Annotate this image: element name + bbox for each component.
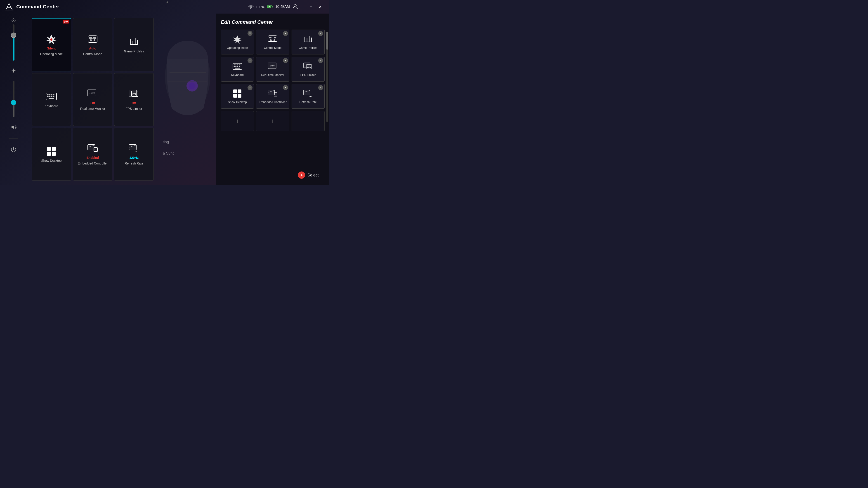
svg-point-57: [189, 83, 195, 89]
add-tile-1[interactable]: +: [221, 111, 254, 131]
svg-point-21: [90, 39, 92, 41]
edit-tile-refresh-rate[interactable]: ✕ HZ Refresh Rate: [291, 84, 324, 109]
svg-point-63: [270, 39, 272, 41]
add-tile-3[interactable]: +: [291, 111, 324, 131]
remove-keyboard-button[interactable]: ✕: [248, 58, 252, 63]
edit-tile-operating-mode[interactable]: ✕ Operating Mode: [221, 30, 254, 55]
show-desktop-label: Show Desktop: [41, 159, 61, 163]
svg-rect-35: [49, 96, 51, 97]
tile-control-mode[interactable]: Auto Control Mode: [73, 18, 113, 71]
svg-point-55: [167, 41, 208, 77]
svg-text:FPS: FPS: [307, 66, 311, 68]
minimize-button[interactable]: −: [307, 2, 315, 11]
edit-realtime-monitor-label: Real-time Monitor: [261, 73, 284, 77]
tile-operating-mode[interactable]: Silent 9W Operating Mode: [32, 18, 71, 71]
title-bar: Command Center ▲ 100%: [0, 0, 329, 13]
svg-rect-38: [49, 98, 54, 99]
svg-line-12: [12, 19, 13, 20]
tile-game-profiles[interactable]: Game Profiles: [114, 18, 154, 71]
edit-embedded-controller-label: Embedded Controller: [259, 100, 287, 104]
edit-tile-game-profiles[interactable]: ✕ Game Profiles: [291, 30, 324, 55]
realtime-monitor-status: Off: [90, 101, 95, 105]
svg-rect-46: [47, 152, 51, 156]
control-mode-status: Auto: [89, 46, 96, 50]
svg-point-22: [94, 39, 95, 41]
svg-rect-75: [241, 64, 242, 65]
edit-tile-realtime-monitor[interactable]: ✕ INFO Real-time Monitor: [256, 57, 289, 82]
power-button[interactable]: [8, 144, 19, 155]
edit-panel: Edit Command Center ✕ Operating Mode ✕: [216, 13, 329, 185]
operating-mode-label: Operating Mode: [40, 52, 63, 56]
add-tile-2[interactable]: +: [256, 111, 289, 131]
keyboard-icon: [46, 91, 57, 102]
svg-rect-5: [272, 6, 273, 7]
fps-limiter-label: FPS Limiter: [126, 107, 142, 111]
window-controls: − ✕: [307, 2, 324, 11]
edit-control-mode-icon: [268, 34, 278, 44]
remove-refresh-rate-button[interactable]: ✕: [318, 85, 323, 90]
remove-fps-limiter-button[interactable]: ✕: [318, 58, 323, 63]
svg-rect-50: [94, 148, 97, 152]
scrollbar-track[interactable]: [327, 32, 328, 122]
refresh-rate-label: Refresh Rate: [125, 161, 143, 165]
fps-limiter-status: Off: [132, 101, 136, 105]
tile-embedded-controller[interactable]: Enabled Embedded Controller: [73, 128, 113, 181]
svg-rect-74: [239, 64, 240, 65]
tile-refresh-rate[interactable]: HZ 120Hz Refresh Rate: [114, 128, 154, 181]
operating-mode-icon: [46, 33, 57, 45]
tile-keyboard[interactable]: Keyboard: [32, 73, 71, 126]
title-bar-left: Command Center: [4, 2, 59, 11]
edit-keyboard-icon: [232, 61, 242, 71]
volume-button[interactable]: [8, 122, 19, 133]
svg-rect-80: [235, 68, 240, 68]
svg-rect-45: [52, 147, 56, 151]
brightness-slider[interactable]: [13, 24, 14, 61]
remove-realtime-monitor-button[interactable]: ✕: [283, 58, 288, 63]
close-button[interactable]: ✕: [315, 2, 324, 11]
svg-line-13: [14, 21, 15, 22]
svg-rect-36: [51, 96, 53, 97]
volume-slider-container: [13, 81, 14, 117]
svg-point-54: [165, 41, 210, 113]
svg-text:FPS: FPS: [132, 93, 136, 95]
remove-operating-mode-button[interactable]: ✕: [248, 31, 252, 36]
svg-point-6: [294, 4, 296, 7]
remove-show-desktop-button[interactable]: ✕: [248, 85, 252, 90]
show-desktop-icon: [46, 145, 57, 157]
edit-tile-control-mode[interactable]: ✕ Control Mode: [256, 30, 289, 55]
operating-mode-status: Silent: [47, 46, 56, 50]
edit-operating-mode-label: Operating Mode: [227, 46, 248, 50]
edit-tile-show-desktop[interactable]: ✕ Show Desktop: [221, 84, 254, 109]
remove-embedded-controller-button[interactable]: ✕: [283, 85, 288, 90]
edit-fps-limiter-icon: FPS: [303, 61, 313, 71]
edit-keyboard-label: Keyboard: [231, 73, 244, 77]
tile-realtime-monitor[interactable]: INFO Off Real-time Monitor: [73, 73, 113, 126]
volume-slider[interactable]: [13, 81, 14, 117]
keyboard-label: Keyboard: [44, 104, 58, 108]
edit-tile-fps-limiter[interactable]: ✕ FPS FPS Limiter: [291, 57, 324, 82]
edit-show-desktop-label: Show Desktop: [228, 100, 247, 104]
realtime-monitor-label: Real-time Monitor: [80, 107, 105, 111]
app-title: Command Center: [16, 4, 59, 10]
remove-game-profiles-button[interactable]: ✕: [318, 31, 323, 36]
svg-text:HZ: HZ: [309, 96, 312, 98]
system-tray: 100% 10:45AM: [248, 4, 298, 10]
scrollbar-thumb[interactable]: [327, 32, 328, 50]
edit-realtime-monitor-icon: INFO: [268, 61, 278, 71]
svg-rect-87: [238, 90, 241, 93]
edit-tile-keyboard[interactable]: ✕ Keyboar: [221, 57, 254, 82]
svg-rect-92: [274, 93, 277, 96]
svg-rect-18: [88, 36, 97, 42]
sparkle-button[interactable]: [8, 65, 19, 76]
svg-rect-20: [93, 37, 96, 39]
refresh-rate-icon: HZ: [128, 143, 140, 154]
realtime-monitor-icon: INFO: [87, 88, 98, 99]
time-display: 10:45AM: [275, 5, 290, 9]
tile-show-desktop[interactable]: Show Desktop: [32, 128, 71, 181]
overlay-text-1: ting: [163, 140, 169, 144]
edit-tile-embedded-controller[interactable]: ✕ Embedded Controller: [256, 84, 289, 109]
user-icon: [292, 4, 298, 10]
tile-fps-limiter[interactable]: FPS Off FPS Limiter: [114, 73, 154, 126]
remove-control-mode-button[interactable]: ✕: [283, 31, 288, 36]
select-button[interactable]: A Select: [294, 170, 322, 181]
